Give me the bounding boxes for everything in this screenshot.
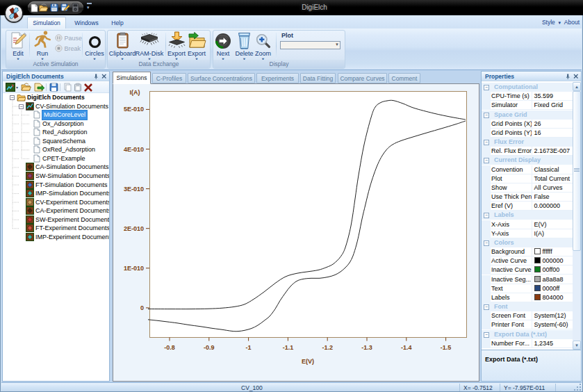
svg-text:5E-010: 5E-010: [124, 106, 144, 113]
svg-text:1E-010: 1E-010: [124, 265, 144, 272]
svg-text:3E-010: 3E-010: [124, 186, 144, 193]
svg-text:-1.2: -1.2: [322, 344, 333, 351]
svg-text:-0.8: -0.8: [164, 344, 175, 351]
svg-text:-1: -1: [246, 344, 252, 351]
svg-text:-1.3: -1.3: [361, 344, 372, 351]
svg-text:0: 0: [140, 304, 144, 311]
svg-text:-0.9: -0.9: [204, 344, 215, 351]
svg-text:2E-010: 2E-010: [124, 225, 144, 232]
svg-text:E(V): E(V): [302, 358, 314, 365]
svg-text:-1.5: -1.5: [441, 344, 452, 351]
svg-text:-1.4: -1.4: [401, 344, 412, 351]
svg-text:-1.1: -1.1: [283, 344, 294, 351]
svg-text:4E-010: 4E-010: [124, 146, 144, 153]
svg-text:I(A): I(A): [130, 89, 140, 96]
